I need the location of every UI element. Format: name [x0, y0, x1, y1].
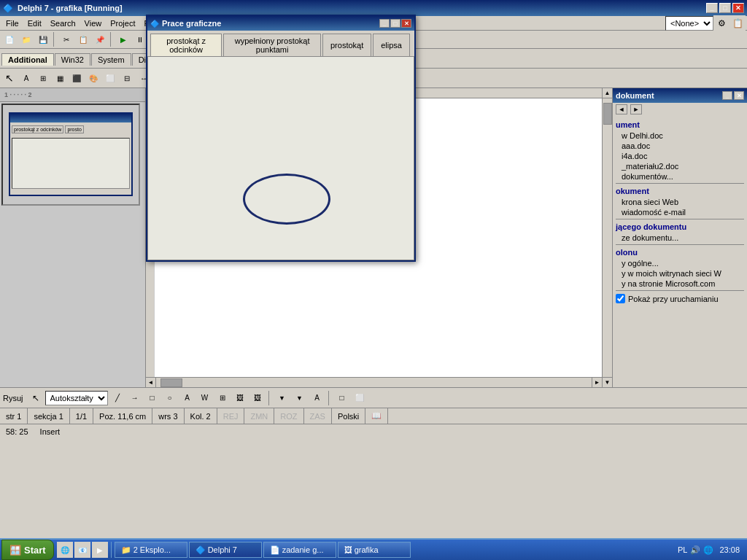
dialog-maximize[interactable]: □ [390, 19, 400, 28]
word-item-moje-witryny[interactable]: y w moich witrynach sieci W [616, 268, 744, 279]
draw-oval[interactable]: ○ [162, 390, 178, 406]
draw-pointer[interactable]: ↖ [28, 390, 44, 406]
autoshapes-combo[interactable]: Autokształty [45, 391, 108, 405]
toolbar-extra2[interactable]: 📋 [729, 15, 746, 31]
preview-canvas [12, 138, 130, 189]
tray-icon-2: 🌐 [703, 545, 713, 555]
comp-1[interactable]: A [18, 70, 34, 86]
tb-paste[interactable]: 📌 [92, 31, 108, 47]
draw-fontcolor[interactable]: A [309, 390, 325, 406]
word-nav-back[interactable]: ◄ [616, 104, 627, 114]
maximize-button[interactable]: □ [719, 3, 731, 13]
menu-search[interactable]: Search [46, 18, 80, 29]
tb-cut[interactable]: ✂ [58, 31, 74, 47]
word-item-ogolne[interactable]: y ogólne... [616, 258, 744, 268]
draw-line[interactable]: ╱ [109, 390, 125, 406]
draw-wordart[interactable]: W [197, 390, 213, 406]
tab-additional[interactable]: Additional [1, 53, 54, 66]
scroll-down[interactable]: ▼ [603, 377, 612, 387]
comp-pointer[interactable]: ↖ [1, 70, 18, 86]
word-checkbox-row: Pokaż przy uruchamianiu [616, 292, 744, 305]
word-item-ze-dok[interactable]: ze dokumentu... [616, 233, 744, 243]
taskbar-item-grafika[interactable]: 🖼 grafika [338, 542, 411, 558]
menu-view[interactable]: View [80, 18, 107, 29]
close-button[interactable]: ✕ [732, 3, 744, 13]
word-item-aaa[interactable]: aaa.doc [616, 141, 744, 151]
start-button[interactable]: 🪟 Start [1, 540, 54, 560]
status-zmn: ZMN [244, 408, 274, 424]
draw-rect[interactable]: □ [144, 390, 160, 406]
scroll-thumb-v[interactable] [603, 103, 612, 125]
dialog-minimize[interactable]: _ [379, 19, 390, 28]
draw-diagram[interactable]: ⊞ [214, 390, 231, 406]
ql-mail[interactable]: 📧 [74, 542, 90, 558]
word-item-email[interactable]: wiadomość e-mail [616, 207, 744, 217]
scroll-up[interactable]: ▲ [603, 88, 612, 98]
canvas-ellipse [243, 174, 330, 225]
menu-project[interactable]: Project [106, 18, 139, 29]
comp-6[interactable]: ⬜ [102, 70, 118, 86]
draw-arrow[interactable]: → [127, 390, 143, 406]
preview-area: prostokąt z odcinków prosto [1, 104, 140, 206]
word-panel-close[interactable]: ✕ [734, 91, 744, 100]
draw-clip[interactable]: 🖼 [232, 390, 248, 406]
dialog-canvas[interactable] [147, 56, 414, 260]
status-kol: Kol. 2 [185, 408, 217, 424]
minimize-button[interactable]: _ [706, 3, 718, 13]
taskbar-item-grafika-label: grafika [355, 545, 379, 554]
dialog-close[interactable]: ✕ [401, 19, 411, 28]
draw-textbox[interactable]: A [179, 390, 196, 406]
word-item-delhi[interactable]: w Delhi.doc [616, 131, 744, 141]
word-item-dokumentow[interactable]: dokumentów... [616, 171, 744, 182]
toolbar-combo[interactable]: <None> [665, 16, 713, 31]
scroll-right[interactable]: ► [592, 378, 602, 387]
menu-edit[interactable]: Edit [23, 18, 46, 29]
toolbar-extra1[interactable]: ⚙ [713, 15, 729, 31]
draw-shadow[interactable]: □ [334, 390, 350, 406]
tb-copy[interactable]: 📋 [75, 31, 91, 47]
comp-4[interactable]: ⬛ [69, 70, 85, 86]
tab-win32[interactable]: Win32 [55, 53, 90, 66]
word-item-microsoft[interactable]: y na stronie Microsoft.com [616, 279, 744, 289]
tb-run[interactable]: ▶ [115, 31, 131, 47]
scroll-left[interactable]: ◄ [146, 378, 156, 387]
word-checkbox[interactable] [616, 294, 625, 303]
menu-file[interactable]: File [1, 18, 23, 29]
taskbar-item-explorer[interactable]: 📁 2 Eksplo... [115, 542, 187, 558]
word-item-web[interactable]: krona sieci Web [616, 197, 744, 207]
taskbar-items: 📁 2 Eksplo... 🔷 Delphi 7 📄 zadanie g... … [115, 542, 673, 558]
status-str: str 1 [0, 408, 28, 424]
tab-system[interactable]: System [91, 53, 131, 66]
comp-2[interactable]: ⊞ [35, 70, 51, 86]
dialog-btn-elipsa[interactable]: elipsa [373, 34, 410, 56]
tray-time: 23:08 [716, 545, 743, 554]
scrollbar-v[interactable]: ▲ ▼ [602, 88, 612, 387]
comp-5[interactable]: 🎨 [85, 70, 101, 86]
word-item-i4a[interactable]: i4a.doc [616, 151, 744, 161]
word-nav-forward[interactable]: ► [630, 104, 642, 114]
dialog-btn-wypelniony[interactable]: wypełniony prostokąt punktami [223, 34, 321, 56]
draw-3d[interactable]: ⬜ [352, 390, 368, 406]
tb-new[interactable]: 📄 [1, 31, 18, 47]
scroll-thumb-h[interactable] [160, 378, 182, 387]
scrollbar-h[interactable]: ◄ ► [146, 377, 602, 387]
draw-linecolor[interactable]: ▼ [292, 390, 308, 406]
word-panel-content: ument w Delhi.doc aaa.doc i4a.doc _mater… [613, 116, 747, 308]
draw-fillcolor[interactable]: ▼ [274, 390, 290, 406]
draw-picture[interactable]: 🖼 [249, 390, 266, 406]
word-panel-minimize[interactable]: _ [722, 91, 732, 100]
tb-open[interactable]: 📁 [18, 31, 34, 47]
status-roz: ROZ [274, 408, 303, 424]
taskbar-item-delphi[interactable]: 🔷 Delphi 7 [189, 542, 262, 558]
preview-form-title [10, 114, 131, 122]
tb-save[interactable]: 💾 [35, 31, 51, 47]
taskbar-item-zadanie[interactable]: 📄 zadanie g... [263, 542, 336, 558]
word-item-material[interactable]: _materiału2.doc [616, 161, 744, 171]
comp-3[interactable]: ▦ [52, 70, 68, 86]
word-sep3 [616, 244, 744, 245]
dialog-btn-prostokat[interactable]: prostokąt [322, 34, 371, 56]
comp-7[interactable]: ⊟ [119, 70, 135, 86]
ql-media[interactable]: ▶ [92, 542, 108, 558]
ql-browser[interactable]: 🌐 [57, 542, 73, 558]
dialog-btn-prostokat-odcinki[interactable]: prostokąt z odcinków [150, 34, 222, 56]
